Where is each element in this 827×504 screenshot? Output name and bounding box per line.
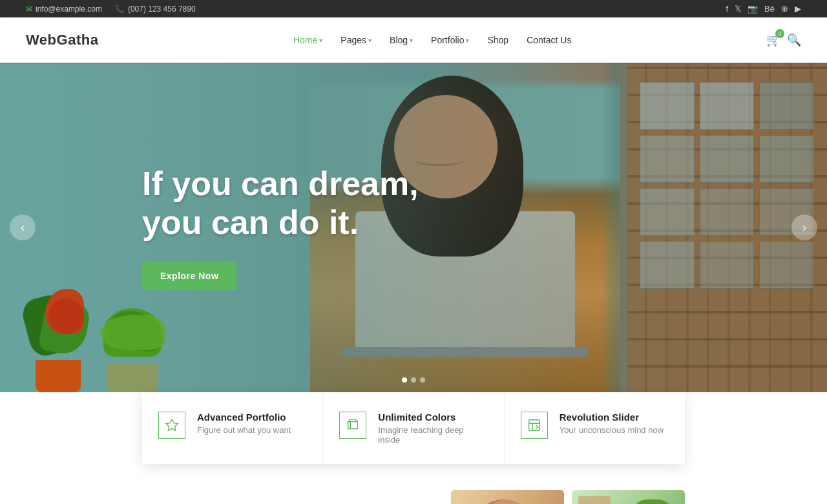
hero-title: If you can dream, you can do it.: [142, 165, 419, 242]
slider-dot-1[interactable]: [402, 377, 407, 383]
feature-card-colors: Unlimited Colors Imagine reaching deep i…: [323, 392, 504, 464]
svg-rect-2: [529, 420, 539, 431]
feature-cards: Advanced Portfolio Figure out what you w…: [142, 392, 685, 464]
instagram-icon[interactable]: 📷: [748, 4, 758, 14]
header-icons: 🛒 0 🔍: [766, 33, 801, 47]
bottom-image-1: [451, 490, 564, 504]
nav-shop[interactable]: Shop: [479, 30, 516, 50]
chevron-down-icon: ▾: [319, 37, 322, 44]
slider-dots: [402, 377, 425, 383]
hero-section: If you can dream, you can do it. Explore…: [0, 63, 827, 392]
svg-marker-0: [166, 419, 178, 430]
dribbble-icon[interactable]: ⊕: [781, 4, 788, 14]
top-bar: ✉ info@example.com 📞 (007) 123 456 7890 …: [0, 0, 827, 17]
cart-badge: 0: [775, 29, 784, 38]
explore-now-button[interactable]: Explore Now: [142, 262, 236, 290]
top-bar-left: ✉ info@example.com 📞 (007) 123 456 7890: [26, 5, 196, 14]
logo: WebGatha: [26, 32, 98, 48]
facebook-icon[interactable]: f: [726, 4, 728, 14]
youtube-icon[interactable]: ▶: [795, 4, 801, 14]
slider-next-button[interactable]: ›: [791, 215, 817, 240]
slider-icon: [521, 412, 548, 439]
phone-info: 📞 (007) 123 456 7890: [115, 5, 196, 14]
chevron-down-icon: ▾: [368, 37, 372, 44]
feature-text-slider: Revolution Slider Your unconscious mind …: [560, 412, 664, 435]
slider-prev-button[interactable]: ‹: [10, 215, 36, 240]
cart-button[interactable]: 🛒 0: [766, 33, 780, 47]
twitter-icon[interactable]: 𝕏: [735, 4, 741, 14]
feature-card-portfolio: Advanced Portfolio Figure out what you w…: [142, 392, 323, 464]
main-nav: Home ▾ Pages ▾ Blog ▾ Portfolio ▾ Shop C…: [286, 30, 579, 50]
phone-icon: 📞: [115, 5, 125, 14]
search-icon[interactable]: 🔍: [787, 33, 801, 47]
nav-pages[interactable]: Pages ▾: [333, 30, 379, 50]
social-links: f 𝕏 📷 Bē ⊕ ▶: [726, 4, 801, 14]
feature-text-colors: Unlimited Colors Imagine reaching deep i…: [378, 412, 487, 445]
hero-content: If you can dream, you can do it. Explore…: [142, 165, 419, 290]
feature-card-slider: Revolution Slider Your unconscious mind …: [505, 392, 685, 464]
header: WebGatha Home ▾ Pages ▾ Blog ▾ Portfolio…: [0, 17, 827, 63]
nav-portfolio[interactable]: Portfolio ▾: [423, 30, 477, 50]
feature-text-portfolio: Advanced Portfolio Figure out what you w…: [197, 412, 291, 435]
nav-blog[interactable]: Blog ▾: [382, 30, 421, 50]
chevron-down-icon: ▾: [466, 37, 469, 44]
portfolio-icon: [158, 412, 185, 439]
nav-contact[interactable]: Contact Us: [519, 30, 579, 50]
bottom-section: Ready to propel your business into its n…: [0, 464, 827, 504]
email-info: ✉ info@example.com: [26, 5, 102, 14]
plants-decoration: [32, 295, 171, 392]
chevron-down-icon: ▾: [410, 37, 413, 44]
bottom-images: [451, 490, 685, 504]
bottom-image-2: [572, 490, 685, 504]
slider-dot-3[interactable]: [420, 377, 425, 383]
colors-icon: [339, 412, 366, 439]
email-icon: ✉: [26, 5, 32, 14]
slider-dot-2[interactable]: [411, 377, 416, 383]
behance-icon[interactable]: Bē: [764, 4, 775, 14]
nav-home[interactable]: Home ▾: [286, 30, 330, 50]
